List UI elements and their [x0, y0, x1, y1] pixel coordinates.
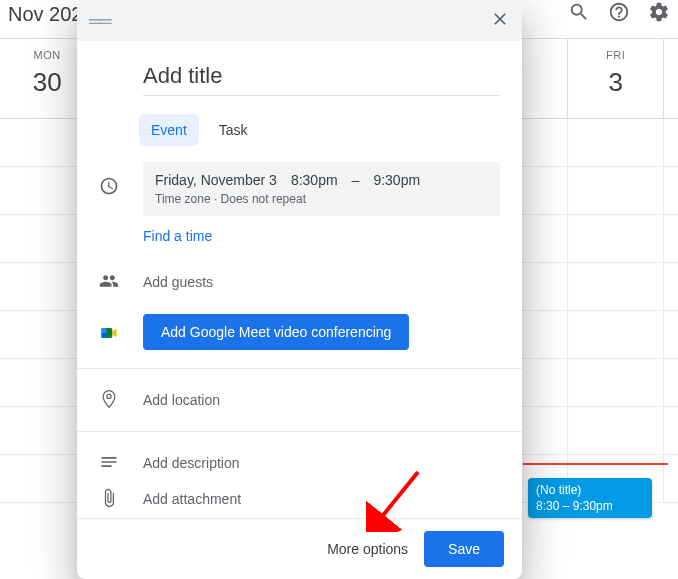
- add-location-field[interactable]: Add location: [143, 392, 220, 408]
- time-selector[interactable]: Friday, November 3 8:30pm – 9:30pm Time …: [143, 162, 500, 216]
- svg-rect-1: [102, 328, 107, 333]
- title-input[interactable]: [143, 57, 500, 96]
- add-guests-field[interactable]: Add guests: [143, 274, 213, 290]
- day-column-fri[interactable]: FRI 3: [568, 39, 663, 118]
- add-meet-button[interactable]: Add Google Meet video conferencing: [143, 314, 409, 350]
- location-icon: [99, 389, 119, 413]
- calendar-event-chip[interactable]: (No title) 8:30 – 9:30pm: [528, 478, 652, 518]
- clock-icon: [99, 176, 119, 200]
- tab-task[interactable]: Task: [207, 114, 260, 146]
- help-icon[interactable]: [608, 1, 630, 27]
- close-button[interactable]: [490, 9, 510, 33]
- save-button[interactable]: Save: [424, 531, 504, 567]
- meet-icon: [99, 323, 119, 343]
- add-description-field[interactable]: Add description: [143, 455, 240, 471]
- add-attachment-field[interactable]: Add attachment: [143, 491, 241, 507]
- people-icon: [99, 271, 119, 295]
- gear-icon[interactable]: [648, 1, 670, 27]
- event-editor-modal: ══ Event Task Friday, November 3 8:30pm: [77, 0, 522, 579]
- search-icon[interactable]: [568, 1, 590, 27]
- attachment-icon: [99, 488, 119, 512]
- tab-event[interactable]: Event: [139, 114, 199, 146]
- svg-rect-2: [102, 333, 107, 338]
- find-time-link[interactable]: Find a time: [143, 216, 212, 256]
- more-options-button[interactable]: More options: [327, 541, 408, 557]
- description-icon: [99, 452, 119, 476]
- current-time-indicator: [523, 463, 668, 465]
